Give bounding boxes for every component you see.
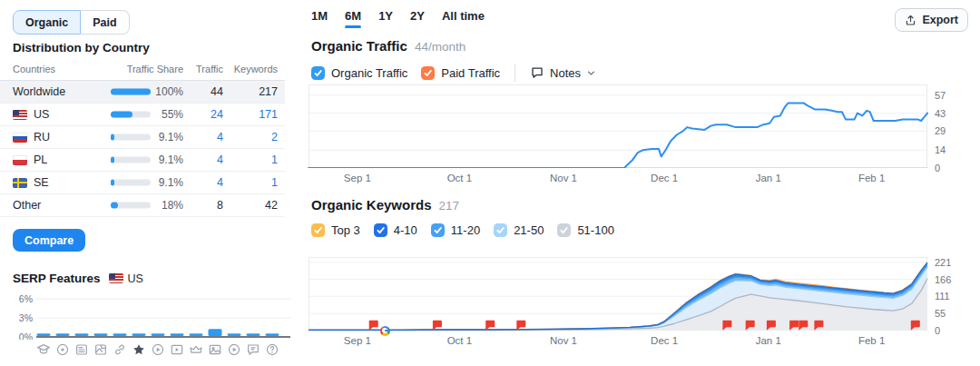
country-name: RU (34, 131, 50, 143)
country-row-other[interactable]: Other 18% 8 42 (0, 194, 285, 217)
traffic-value[interactable]: 24 (185, 108, 223, 121)
organic-keywords-chart[interactable] (307, 257, 931, 332)
country-name: Other (13, 199, 41, 212)
note-flag-icon[interactable] (369, 321, 378, 331)
serp-bar (94, 333, 108, 336)
legend-item-top-3[interactable]: Top 3 (311, 223, 360, 237)
keywords-value[interactable]: 217 (227, 85, 278, 98)
legend-label: Organic Traffic (331, 66, 407, 80)
traffic-value[interactable]: 4 (185, 131, 223, 143)
serp-bar (56, 333, 70, 336)
notes-button[interactable]: Notes (530, 65, 596, 80)
serp-bar (209, 329, 222, 336)
organic-traffic-chart[interactable] (307, 84, 931, 168)
legend-item-51-100[interactable]: 51-100 (557, 223, 613, 237)
country-row-se[interactable]: SE 9.1% 4 1 (0, 172, 285, 194)
organic-traffic-title: Organic Traffic (311, 38, 407, 54)
col-keywords: Keywords (227, 64, 278, 74)
legend-item-4-10[interactable]: 4-10 (374, 223, 417, 237)
y-tick-label: 55 (935, 308, 965, 319)
traffic-value[interactable]: 44 (185, 85, 223, 98)
legend-label: 51-100 (577, 223, 613, 237)
keywords-value[interactable]: 1 (227, 153, 278, 166)
local-icon[interactable] (55, 342, 70, 357)
tab-6m[interactable]: 6M (345, 9, 361, 28)
y-tick-label: 57 (935, 90, 965, 101)
traffic-share-value: 9.1% (142, 176, 183, 189)
notes-label: Notes (550, 66, 581, 80)
legend-label: 11-20 (451, 223, 480, 237)
traffic-value[interactable]: 8 (185, 199, 223, 212)
sitelinks-icon[interactable] (113, 342, 127, 357)
country-row-us[interactable]: US 55% 24 171 (0, 104, 285, 126)
checkbox-organic-traffic[interactable] (311, 66, 325, 80)
period-tabs: 1M6M1Y2YAll time (311, 9, 485, 28)
traffic-value[interactable]: 4 (185, 176, 223, 189)
organic-traffic-subtitle: 44/month (415, 40, 466, 54)
serp-bar (152, 333, 165, 336)
export-button[interactable]: Export (895, 8, 968, 32)
legend-label: 21-50 (514, 223, 544, 237)
y-tick-label: 166 (935, 274, 965, 285)
country-row-ru[interactable]: RU 9.1% 4 2 (0, 126, 285, 149)
legend-item-21-50[interactable]: 21-50 (494, 223, 544, 237)
images-icon[interactable] (208, 342, 222, 357)
faq-icon[interactable] (246, 342, 260, 357)
tab-all-time[interactable]: All time (442, 9, 485, 28)
top-ads-icon[interactable] (189, 342, 203, 357)
country-name: US (34, 108, 49, 121)
legend-item-paid-traffic[interactable]: Paid Traffic (421, 66, 500, 80)
country-cell: PL (13, 153, 47, 166)
keywords-value[interactable]: 171 (227, 108, 278, 121)
left-panel: OrganicPaid Distribution by Country Coun… (0, 0, 301, 366)
google-note-icon[interactable] (380, 326, 390, 336)
export-icon (905, 15, 916, 26)
checkbox-paid-traffic[interactable] (421, 66, 435, 80)
country-row-pl[interactable]: PL 9.1% 4 1 (0, 149, 285, 172)
education-icon[interactable] (36, 342, 51, 357)
legend-item-organic-traffic[interactable]: Organic Traffic (311, 66, 407, 80)
keywords-value[interactable]: 42 (227, 199, 278, 212)
legend-item-11-20[interactable]: 11-20 (431, 223, 480, 237)
checkbox-11-20[interactable] (431, 223, 445, 237)
country-cell: Worldwide (13, 85, 65, 98)
compare-button[interactable]: Compare (13, 229, 85, 252)
toggle-paid[interactable]: Paid (81, 10, 129, 35)
tab-1m[interactable]: 1M (311, 9, 328, 28)
x-tick-label: Dec 1 (637, 335, 691, 346)
news-icon[interactable] (74, 342, 89, 357)
x-tick-label: Nov 1 (536, 335, 591, 346)
col-traffic-share: Traffic Share (100, 64, 183, 74)
reviews-icon[interactable] (132, 342, 146, 357)
more-icon[interactable] (265, 342, 279, 357)
keywords-legend: Top 34-1011-2021-5051-100 (311, 223, 614, 237)
x-tick-label: Sep 1 (330, 335, 385, 346)
x-tick-label: Jan 1 (741, 173, 796, 183)
video-carousel-icon[interactable] (227, 342, 241, 357)
note-flag-icon[interactable] (485, 321, 495, 331)
traffic-legend: Organic TrafficPaid TrafficNotes (311, 64, 596, 82)
country-cell: Other (13, 199, 41, 212)
tab-2y[interactable]: 2Y (410, 9, 425, 28)
traffic-share-value: 9.1% (142, 153, 183, 166)
country-name: Worldwide (13, 85, 65, 98)
note-flag-icon[interactable] (433, 321, 442, 331)
chevron-down-icon (586, 68, 596, 78)
image-pack-icon[interactable] (93, 342, 108, 357)
traffic-value[interactable]: 4 (185, 153, 223, 166)
checkbox-4-10[interactable] (374, 223, 387, 237)
checkbox-21-50[interactable] (494, 223, 507, 237)
video-icon[interactable] (151, 342, 165, 357)
keywords-value[interactable]: 1 (227, 176, 278, 189)
tab-1y[interactable]: 1Y (378, 9, 393, 28)
checkbox-top-3[interactable] (311, 223, 325, 237)
legend-label: Top 3 (331, 223, 360, 237)
serp-features-chart[interactable]: 6%3%0% (0, 282, 299, 340)
toggle-organic[interactable]: Organic (13, 10, 81, 35)
serp-bar (113, 333, 127, 336)
featured-video-icon[interactable] (170, 342, 184, 357)
country-row-worldwide[interactable]: Worldwide 100% 44 217 (0, 81, 285, 104)
organic-keywords-title: Organic Keywords (311, 197, 432, 213)
keywords-value[interactable]: 2 (227, 131, 278, 143)
checkbox-51-100[interactable] (557, 223, 571, 237)
